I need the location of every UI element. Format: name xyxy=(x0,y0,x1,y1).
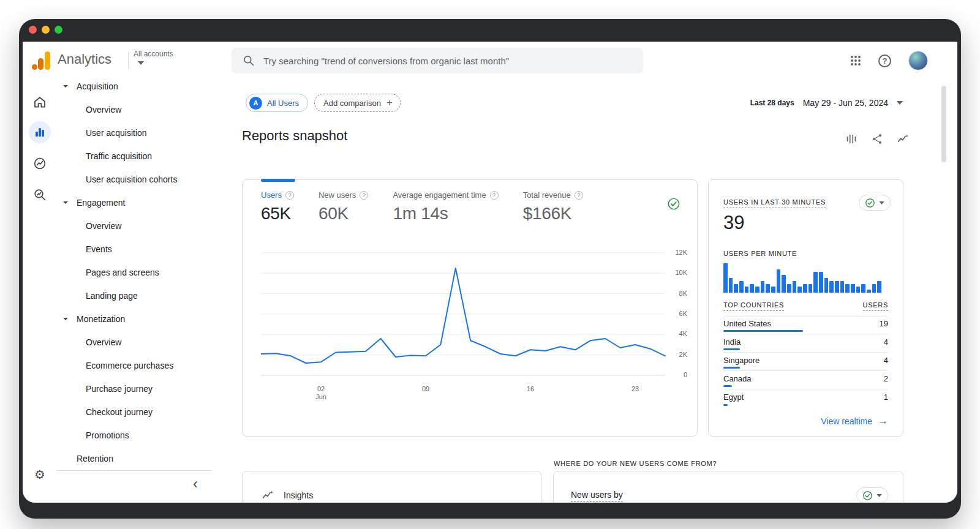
nav-explore-icon[interactable] xyxy=(29,152,51,174)
search-input[interactable] xyxy=(263,56,632,66)
data-quality-check-icon[interactable] xyxy=(667,197,680,211)
per-minute-bar xyxy=(803,284,807,293)
per-minute-bar xyxy=(851,284,855,293)
help-tooltip-icon[interactable]: ? xyxy=(490,191,499,200)
date-range-picker[interactable]: Last 28 days May 29 - Jun 25, 2024 xyxy=(750,98,903,108)
sidebar-item-overview[interactable]: Overview xyxy=(56,214,211,238)
realtime-status-chip[interactable] xyxy=(859,195,891,211)
sidebar-item-checkout-journey[interactable]: Checkout journey xyxy=(56,400,211,424)
nav-home-icon[interactable] xyxy=(29,91,51,113)
users-col-header: USERS xyxy=(863,301,888,311)
search-icon xyxy=(243,54,255,67)
segment-avatar: A xyxy=(249,97,262,110)
sidebar-section-acquisition[interactable]: Acquisition xyxy=(56,75,211,98)
share-icon[interactable] xyxy=(869,131,885,147)
new-users-card-title[interactable]: New users by xyxy=(571,490,623,502)
help-tooltip-icon[interactable]: ? xyxy=(575,191,583,200)
country-users: 2 xyxy=(884,374,888,383)
sidebar-item-traffic-acquisition[interactable]: Traffic acquisition xyxy=(56,144,211,168)
realtime-card: USERS IN LAST 30 MINUTES 39 USERS PER MI… xyxy=(708,179,903,437)
view-realtime-link[interactable]: View realtime → xyxy=(821,415,888,427)
sidebar-item-ecommerce-purchases[interactable]: Ecommerce purchases xyxy=(56,354,211,377)
new-users-status-chip[interactable] xyxy=(856,487,888,503)
apps-grid-icon[interactable] xyxy=(850,55,861,66)
metric-value: 1m 14s xyxy=(393,204,498,223)
nav-reports-icon[interactable] xyxy=(29,121,51,143)
per-minute-bar xyxy=(845,284,850,293)
zoom-button[interactable] xyxy=(55,26,62,34)
new-users-card: New users by xyxy=(553,471,903,503)
y-axis-label: 6K xyxy=(669,310,687,317)
metric-tab-total-revenue[interactable]: Total revenue?$166K xyxy=(523,190,583,223)
sidebar-item-purchase-journey[interactable]: Purchase journey xyxy=(56,377,211,400)
sidebar-collapse-button[interactable]: ‹ xyxy=(187,475,204,492)
country-bar xyxy=(723,330,803,332)
country-row: Singapore4 xyxy=(723,353,888,371)
per-minute-bar xyxy=(809,284,813,293)
per-minute-bar xyxy=(877,281,881,293)
per-minute-bar xyxy=(755,287,760,293)
sidebar-item-pages-and-screens[interactable]: Pages and screens xyxy=(56,261,211,284)
sidebar-item-user-acquisition[interactable]: User acquisition xyxy=(56,121,211,144)
sidebar-item-overview[interactable]: Overview xyxy=(56,98,211,121)
y-axis-label: 0 xyxy=(669,371,687,378)
sparkle-insights-icon xyxy=(261,489,274,502)
sidebar-item-user-acquisition-cohorts[interactable]: User acquisition cohorts xyxy=(56,168,211,191)
insights-card: Insights xyxy=(242,471,541,503)
account-switcher[interactable]: All accounts xyxy=(134,50,173,65)
vertical-scrollbar[interactable] xyxy=(941,86,946,162)
country-row: Canada2 xyxy=(723,371,888,389)
sidebar-item-promotions[interactable]: Promotions xyxy=(56,424,211,447)
help-tooltip-icon[interactable]: ? xyxy=(285,191,294,200)
sidebar-item-events[interactable]: Events xyxy=(56,238,211,261)
per-minute-bar xyxy=(766,284,770,293)
y-axis-label: 4K xyxy=(669,330,687,337)
browser-window: Analytics All accounts ? xyxy=(23,42,957,503)
metric-tab-new-users[interactable]: New users?60K xyxy=(318,190,368,223)
customize-report-icon[interactable] xyxy=(843,131,859,147)
sidebar-item-overview[interactable]: Overview xyxy=(56,331,211,354)
country-name: Canada xyxy=(723,374,752,383)
per-minute-bar xyxy=(861,284,865,293)
arrow-right-icon: → xyxy=(878,415,888,427)
per-minute-bar xyxy=(813,272,818,293)
metric-label: Total revenue xyxy=(523,190,571,200)
country-name: United States xyxy=(723,319,771,328)
metric-tab-average-engagement-time[interactable]: Average engagement time?1m 14s xyxy=(393,190,498,223)
country-users: 19 xyxy=(880,319,888,328)
country-users: 4 xyxy=(884,337,888,347)
caret-down-icon xyxy=(876,494,882,497)
per-minute-bar xyxy=(819,272,823,293)
country-row: Egypt1 xyxy=(723,389,888,408)
metric-label: New users xyxy=(318,190,356,200)
sidebar-section-retention[interactable]: Retention xyxy=(56,447,211,470)
date-preset-label: Last 28 days xyxy=(750,99,794,107)
sidebar-item-landing-page[interactable]: Landing page xyxy=(56,284,211,307)
search-bar[interactable] xyxy=(232,48,643,73)
add-comparison-button[interactable]: Add comparison + xyxy=(314,94,401,112)
settings-gear-icon[interactable]: ⚙ xyxy=(29,463,51,486)
per-minute-bar xyxy=(867,290,871,293)
country-name: India xyxy=(723,337,741,347)
realtime-users-count: 39 xyxy=(723,212,744,234)
per-minute-bar xyxy=(729,278,733,293)
users-line-chart xyxy=(261,252,668,378)
help-tooltip-icon[interactable]: ? xyxy=(360,191,368,200)
all-users-segment-chip[interactable]: A All Users xyxy=(246,94,308,112)
user-avatar[interactable] xyxy=(908,51,928,70)
sidebar-section-engagement[interactable]: Engagement xyxy=(56,191,211,214)
per-minute-bar xyxy=(840,281,845,293)
country-bar xyxy=(723,404,728,406)
insights-icon[interactable] xyxy=(895,131,911,147)
help-icon[interactable]: ? xyxy=(878,54,891,67)
metric-value: 65K xyxy=(261,204,294,223)
sidebar-section-monetization[interactable]: Monetization xyxy=(56,307,211,331)
metric-tab-users[interactable]: Users?65K xyxy=(261,190,294,223)
nav-advertising-icon[interactable] xyxy=(29,184,51,206)
per-minute-bar xyxy=(761,281,765,293)
close-button[interactable] xyxy=(29,26,37,34)
metric-label: Average engagement time xyxy=(393,190,486,200)
minimize-button[interactable] xyxy=(42,26,50,34)
y-axis-label: 8K xyxy=(669,290,687,297)
per-minute-bar xyxy=(734,284,738,293)
